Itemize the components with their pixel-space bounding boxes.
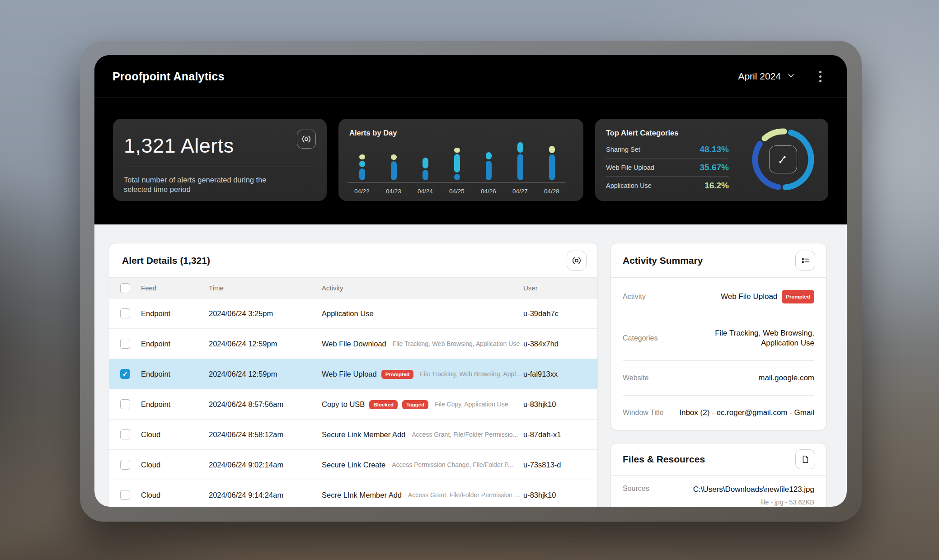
select-all-checkbox[interactable] bbox=[120, 283, 130, 293]
source-path: C:\Users\Downloads\newfile123.jpg bbox=[693, 485, 814, 495]
cell-feed: Endpoint bbox=[141, 309, 209, 318]
activity-tags: File Tracking, Web Browsing, Application… bbox=[393, 340, 520, 347]
x-axis-tick-label: 04/26 bbox=[481, 187, 496, 196]
row-label: Website bbox=[623, 374, 649, 382]
chevron-down-icon bbox=[787, 71, 795, 82]
table-row[interactable]: Endpoint 2024/06/24 3:25pm Application U… bbox=[109, 299, 597, 329]
x-axis-tick-label: 04/24 bbox=[418, 187, 433, 196]
alerts-tertiary-segment bbox=[391, 154, 397, 160]
activity-tags: File Tracking, Web Browsing, Applica... bbox=[420, 370, 523, 378]
cell-user: u-73s813-d bbox=[523, 461, 587, 469]
cell-time: 2024/06/24 8:57:56am bbox=[209, 400, 322, 409]
alert-details-header: Alert Details (1,321) bbox=[109, 243, 597, 277]
alert-table-body: Endpoint 2024/06/24 3:25pm Application U… bbox=[109, 299, 597, 507]
bar-column: 04/26 bbox=[478, 140, 499, 196]
total-alerts-description: Total number of alerts generated during … bbox=[124, 175, 273, 194]
app-title: Proofpoint Analytics bbox=[113, 70, 225, 83]
legend-row: Sharing Set 48.13% bbox=[606, 140, 729, 159]
cell-activity: Copy to USB BlockedTagged File Copy, App… bbox=[322, 400, 523, 409]
alerts-secondary-segment bbox=[423, 158, 428, 168]
row-checkbox[interactable] bbox=[120, 460, 130, 470]
alerts-primary-segment bbox=[423, 170, 428, 180]
files-resources-title: Files & Resources bbox=[623, 454, 705, 465]
alerts-primary-segment bbox=[454, 174, 460, 180]
period-dropdown[interactable]: April 2024 bbox=[738, 71, 795, 82]
activity-name: Secre LInk Member Add bbox=[322, 491, 402, 499]
status-badge: Prompted bbox=[782, 290, 814, 303]
row-checkbox[interactable] bbox=[120, 429, 130, 439]
cell-activity: Secure Link Create Access Permission Cha… bbox=[322, 461, 523, 469]
column-header-user: User bbox=[523, 284, 587, 292]
x-axis-tick-label: 04/22 bbox=[354, 187, 370, 196]
trend-squiggle-icon bbox=[777, 154, 789, 165]
column-header-time: Time bbox=[209, 284, 322, 292]
row-value: Web File Upload Prompted bbox=[721, 290, 814, 303]
cell-feed: Cloud bbox=[141, 461, 209, 469]
alerts-secondary-segment bbox=[454, 154, 460, 173]
activity-tags: Access Grant, File/Folder Permission C..… bbox=[408, 491, 523, 499]
row-value: File Tracking, Web Browsing, Application… bbox=[697, 328, 814, 348]
row-value: Inbox (2) - ec.roger@gmail.com - Gmail bbox=[679, 408, 814, 418]
x-axis-tick-label: 04/23 bbox=[386, 187, 401, 196]
activity-summary-card: Activity Summary Activity bbox=[610, 243, 826, 430]
cell-activity: Application Use bbox=[322, 309, 523, 318]
table-row[interactable]: Cloud 2024/06/24 8:58:12am Secure Link M… bbox=[109, 420, 597, 450]
row-checkbox[interactable] bbox=[120, 490, 130, 500]
kebab-menu-icon[interactable] bbox=[817, 68, 824, 85]
sources-row: Sources C:\Users\Downloads\newfile123.jp… bbox=[623, 476, 814, 507]
trend-icon-button[interactable] bbox=[769, 145, 797, 173]
cell-feed: Cloud bbox=[141, 430, 209, 439]
scan-icon-button[interactable] bbox=[567, 251, 587, 271]
main-section: Alert Details (1,321) Feed Time Activity bbox=[94, 224, 847, 507]
summary-row-website: Website mail.google.com bbox=[623, 361, 814, 396]
row-checkbox[interactable] bbox=[120, 339, 130, 349]
activity-value: Web File Upload bbox=[721, 292, 777, 302]
activity-tags: Access Permission Change, File/Folder P.… bbox=[392, 461, 513, 468]
activity-badges: BlockedTagged bbox=[365, 400, 428, 409]
alerts-primary-segment bbox=[549, 154, 555, 180]
summary-row-activity: Activity Web File Upload Prompted bbox=[623, 278, 814, 316]
cell-user: u-83hjk10 bbox=[523, 400, 587, 409]
row-label: Categories bbox=[623, 334, 657, 342]
table-row[interactable]: Endpoint 2024/06/24 12:59pm Web File Dow… bbox=[109, 329, 597, 359]
table-row[interactable]: Endpoint 2024/06/24 12:59pm Web File Upl… bbox=[109, 359, 597, 389]
x-axis-tick-label: 04/28 bbox=[544, 187, 559, 196]
table-row[interactable]: Cloud 2024/06/24 9:02:14am Secure Link C… bbox=[109, 450, 597, 480]
hero-section: 1,321 Alerts Total number of alerts gene… bbox=[94, 98, 847, 224]
cell-user: u-83hjk10 bbox=[523, 491, 587, 499]
activity-summary-title: Activity Summary bbox=[623, 255, 703, 266]
document-icon bbox=[800, 454, 810, 464]
row-checkbox[interactable] bbox=[120, 399, 130, 409]
table-header-row: Feed Time Activity User bbox=[109, 277, 597, 299]
alerts-primary-segment bbox=[517, 154, 523, 180]
row-checkbox[interactable] bbox=[120, 308, 130, 318]
total-alerts-value: 1,321 Alerts bbox=[124, 134, 316, 158]
file-icon-button[interactable] bbox=[795, 449, 815, 469]
bar-column: 04/28 bbox=[541, 140, 563, 196]
cell-feed: Cloud bbox=[141, 491, 209, 499]
cell-time: 2024/06/24 9:14:24am bbox=[209, 491, 322, 499]
list-icon-button[interactable] bbox=[795, 251, 815, 271]
activity-summary-rows: Activity Web File Upload Prompted Catego… bbox=[611, 278, 826, 430]
alert-details-card: Alert Details (1,321) Feed Time Activity bbox=[109, 243, 598, 507]
cell-time: 2024/06/24 9:02:14am bbox=[209, 461, 322, 469]
bar-column: 04/25 bbox=[446, 140, 468, 196]
bar-column: 04/23 bbox=[383, 140, 404, 196]
legend-value: 16.2% bbox=[704, 181, 729, 191]
alerts-primary-segment bbox=[359, 168, 365, 180]
row-checkbox[interactable] bbox=[120, 369, 130, 379]
row-label: Activity bbox=[623, 293, 646, 301]
row-label: Window Title bbox=[623, 409, 664, 417]
cell-feed: Endpoint bbox=[141, 370, 209, 378]
table-row[interactable]: Endpoint 2024/06/24 8:57:56am Copy to US… bbox=[109, 389, 597, 420]
alerts-secondary-segment bbox=[359, 161, 365, 167]
cell-feed: Endpoint bbox=[141, 340, 209, 348]
divider bbox=[124, 167, 316, 167]
activity-name: Secure Link Create bbox=[322, 461, 385, 469]
cell-time: 2024/06/24 3:25pm bbox=[209, 309, 322, 318]
status-badge: Tagged bbox=[402, 400, 428, 409]
total-alerts-card: 1,321 Alerts Total number of alerts gene… bbox=[113, 119, 327, 201]
alert-details-title: Alert Details (1,321) bbox=[122, 255, 210, 266]
table-row[interactable]: Cloud 2024/06/24 9:14:24am Secre LInk Me… bbox=[109, 480, 597, 507]
scan-icon-button[interactable] bbox=[297, 130, 316, 149]
